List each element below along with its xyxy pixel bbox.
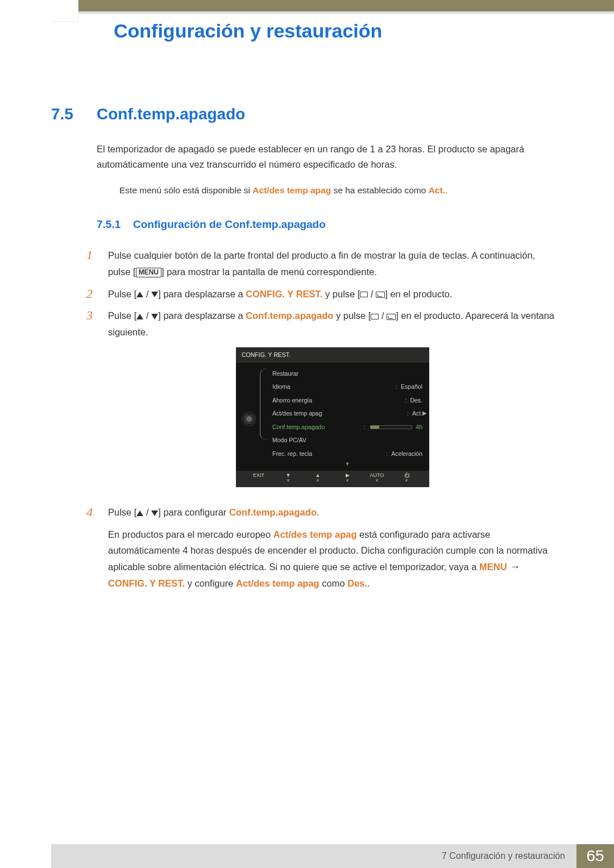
osd-label: Conf.temp.apagado bbox=[272, 422, 325, 433]
osd-row: Restaurar bbox=[272, 367, 422, 380]
section-heading: 7.5 Conf.temp.apagado bbox=[51, 105, 557, 123]
step-text: ] para desplazarse a bbox=[158, 289, 246, 299]
step-text: Pulse [ bbox=[108, 310, 136, 321]
note-text: . bbox=[367, 578, 370, 588]
step-text: y pulse [ bbox=[322, 289, 360, 299]
note-highlight: Des. bbox=[347, 578, 367, 588]
step-3: 3 Pulse [ / ] para desplazarse a Conf.te… bbox=[86, 308, 557, 499]
osd-footer-bot: ▼ bbox=[392, 479, 421, 484]
note-text: se ha establecido como bbox=[331, 185, 428, 195]
osd-value-text: Aceleración bbox=[391, 450, 422, 457]
osd-row: Idioma:Español bbox=[272, 380, 422, 393]
note-highlight: CONFIG. Y REST. bbox=[108, 578, 185, 588]
osd-value: :Des. bbox=[405, 395, 422, 405]
note-text: y configure bbox=[185, 578, 236, 588]
note-highlight: MENU bbox=[479, 562, 507, 572]
osd-screenshot: CONFIG. Y REST. Restaurar Idioma:Español… bbox=[236, 347, 429, 487]
section-body: El temporizador de apagado se puede esta… bbox=[97, 142, 557, 592]
osd-footer-cell: ▲▼ bbox=[303, 473, 333, 484]
osd-label: Frec. rep. tecla bbox=[272, 448, 312, 459]
step-number: 2 bbox=[86, 286, 98, 302]
osd-row: Frec. rep. tecla:Aceleración bbox=[272, 447, 422, 460]
gear-icon bbox=[243, 413, 255, 425]
step-highlight: CONFIG. Y REST. bbox=[246, 289, 322, 299]
osd-footer-cell: AUTO▼ bbox=[362, 473, 392, 484]
note-highlight: Act/des temp apag bbox=[236, 578, 320, 588]
osd-value: :Act. bbox=[407, 408, 422, 418]
osd-label: Idioma bbox=[272, 381, 291, 392]
step-number: 3 bbox=[86, 308, 98, 499]
step-text: Pulse [ bbox=[108, 289, 136, 299]
enter-icon bbox=[376, 292, 385, 298]
step-text: . bbox=[317, 507, 320, 517]
osd-footer-bot: ▼ bbox=[333, 479, 362, 484]
osd-footer-cell: ▶▼ bbox=[333, 473, 362, 484]
source-icon bbox=[371, 314, 379, 319]
step-text: ] en el producto. bbox=[385, 289, 452, 299]
osd-footer-bot: ▼ bbox=[273, 479, 303, 484]
note-text: como bbox=[320, 578, 348, 588]
step-1: 1 Pulse cualquier botón de la parte fron… bbox=[86, 247, 557, 280]
top-gray-bar bbox=[51, 11, 614, 14]
step-4: 4 Pulse [ / ] para configurar Conf.temp.… bbox=[86, 504, 557, 592]
osd-row: Act/des temp apag:Act. bbox=[272, 407, 422, 420]
step-text: ] para configurar bbox=[158, 507, 229, 517]
osd-slider: 4h bbox=[370, 422, 422, 432]
chapter-title: Configuración y restauración bbox=[114, 20, 382, 42]
enter-icon bbox=[387, 314, 396, 320]
osd-value-text: Español bbox=[401, 383, 422, 390]
availability-note: Este menú sólo está disponible si Act/de… bbox=[119, 184, 557, 197]
note-text: Este menú sólo está disponible si bbox=[119, 185, 252, 195]
step-text: Pulse [ bbox=[108, 507, 136, 517]
osd-footer-bot: ▼ bbox=[362, 479, 392, 484]
step-text: y pulse [ bbox=[333, 310, 371, 321]
step-body: Pulse [ / ] para desplazarse a Conf.temp… bbox=[108, 308, 557, 499]
note-text: En productos para el mercado europeo bbox=[108, 529, 273, 539]
step-body: Pulse [ / ] para configurar Conf.temp.ap… bbox=[108, 504, 557, 592]
intro-paragraph: El temporizador de apagado se puede esta… bbox=[97, 142, 557, 172]
section-number: 7.5 bbox=[51, 105, 84, 123]
page-footer: 7 Configuración y restauración 65 bbox=[51, 844, 614, 868]
note-highlight-1: Act/des temp apag bbox=[252, 185, 331, 195]
eu-note: En productos para el mercado europeo Act… bbox=[108, 526, 557, 592]
osd-footer-cell: ⏻▼ bbox=[392, 473, 421, 484]
osd-footer: EXIT ▼▼ ▲▼ ▶▼ AUTO▼ ⏻▼ bbox=[236, 471, 429, 487]
step-number: 1 bbox=[86, 247, 98, 280]
step-body: Pulse cualquier botón de la parte fronta… bbox=[108, 247, 557, 280]
up-arrow-icon bbox=[136, 292, 143, 297]
menu-button-label: MENU bbox=[136, 268, 161, 277]
step-text: ] para mostrar la pantalla de menú corre… bbox=[161, 267, 377, 277]
osd-value: :Español bbox=[396, 381, 422, 392]
step-body: Pulse [ / ] para desplazarse a CONFIG. Y… bbox=[108, 286, 557, 302]
osd-icon-column bbox=[236, 367, 262, 471]
osd-footer-bot: ▼ bbox=[303, 479, 333, 484]
osd-row: Modo PC/AV bbox=[272, 434, 422, 447]
osd-value: :Aceleración bbox=[386, 448, 422, 459]
step-highlight: Conf.temp.apagado bbox=[246, 310, 333, 321]
osd-footer-cell: ▼▼ bbox=[273, 473, 303, 484]
osd-footer-top: EXIT bbox=[244, 473, 273, 479]
osd-label: Modo PC/AV bbox=[272, 435, 306, 445]
footer-bar bbox=[51, 844, 395, 868]
subsection-number: 7.5.1 bbox=[97, 215, 125, 233]
osd-row-active: Conf.temp.apagado : 4h bbox=[272, 420, 422, 434]
footer-page-number: 65 bbox=[576, 844, 614, 868]
down-arrow-icon bbox=[151, 510, 158, 516]
down-arrow-icon bbox=[151, 292, 158, 297]
step-2: 2 Pulse [ / ] para desplazarse a CONFIG.… bbox=[86, 286, 557, 302]
step-highlight: Conf.temp.apagado bbox=[229, 507, 317, 517]
osd-value-text: Des. bbox=[410, 397, 422, 404]
osd-label: Ahorro energía bbox=[272, 395, 312, 405]
down-arrow-icon bbox=[151, 314, 158, 319]
steps-list: 1 Pulse cualquier botón de la parte fron… bbox=[97, 247, 557, 592]
osd-value: : 4h bbox=[363, 422, 422, 433]
content-area: 7.5 Conf.temp.apagado El temporizador de… bbox=[51, 105, 557, 597]
osd-more-indicator: ▼ bbox=[272, 460, 422, 471]
section-title: Conf.temp.apagado bbox=[97, 105, 245, 123]
osd-slider-fill bbox=[371, 426, 379, 429]
arrow-icon: → bbox=[507, 561, 520, 572]
subsection-title: Configuración de Conf.temp.apagado bbox=[133, 215, 326, 233]
note-highlight: Act/des temp apag bbox=[273, 529, 357, 539]
source-icon bbox=[360, 292, 368, 297]
osd-value-text: Act. bbox=[412, 410, 422, 417]
